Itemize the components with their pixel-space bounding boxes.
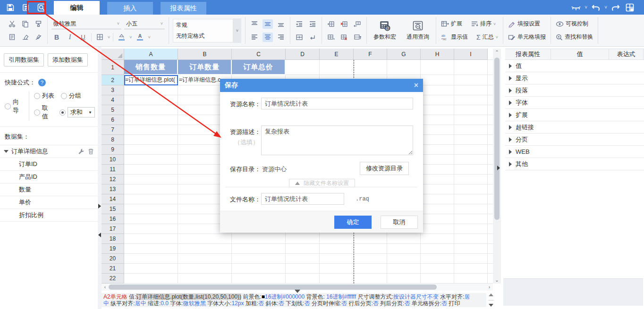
row-header-15[interactable]: 15 bbox=[102, 204, 124, 214]
align-top-icon[interactable] bbox=[249, 19, 260, 29]
paste-icon[interactable] bbox=[7, 33, 17, 42]
status-scroll-up-icon[interactable] bbox=[489, 293, 493, 296]
cell-A5[interactable] bbox=[124, 105, 178, 115]
cell-E22[interactable] bbox=[320, 274, 354, 284]
cell-H13[interactable] bbox=[421, 184, 454, 194]
column-header-F[interactable]: F bbox=[354, 49, 387, 60]
delete-col-icon[interactable] bbox=[339, 33, 349, 42]
cell-B20[interactable] bbox=[178, 254, 232, 264]
row-header-7[interactable]: 7 bbox=[102, 125, 124, 135]
cell-A17[interactable] bbox=[124, 224, 178, 234]
copy-icon[interactable] bbox=[20, 19, 30, 29]
preview-icon[interactable] bbox=[36, 2, 47, 13]
splitter-expand-icon[interactable] bbox=[497, 166, 500, 170]
row-header-3[interactable]: 3 bbox=[102, 85, 124, 95]
cell-I10[interactable] bbox=[454, 155, 488, 165]
chevron-down-icon[interactable]: ˅ bbox=[148, 35, 151, 40]
style-none[interactable]: 无特定格式 bbox=[176, 32, 230, 40]
cell-I14[interactable] bbox=[454, 194, 488, 204]
cell-G22[interactable] bbox=[387, 274, 421, 284]
cell-C19[interactable] bbox=[232, 244, 286, 254]
cell-A21[interactable] bbox=[124, 264, 178, 274]
insert-cell-left-icon[interactable] bbox=[352, 19, 363, 29]
help-icon[interactable]: ? bbox=[38, 79, 46, 86]
cell-A9[interactable] bbox=[124, 145, 178, 155]
cell-H8[interactable] bbox=[421, 135, 454, 145]
dataset-item[interactable]: 订单详细信息 bbox=[0, 145, 98, 158]
cell-H4[interactable] bbox=[421, 95, 454, 105]
save-icon[interactable] bbox=[5, 2, 16, 13]
cell-H6[interactable] bbox=[421, 115, 454, 125]
header-cell-C1[interactable]: 订单总价 bbox=[232, 60, 286, 75]
header-cell-A1[interactable]: 销售数量 bbox=[124, 60, 178, 75]
row-header-13[interactable]: 13 bbox=[102, 184, 124, 194]
general-query-button[interactable]: 通用查询 bbox=[404, 17, 432, 44]
cell-A3[interactable] bbox=[124, 85, 178, 95]
increase-indent-icon[interactable] bbox=[307, 19, 318, 29]
cell-A7[interactable] bbox=[124, 125, 178, 135]
dataset-field[interactable]: 产品ID bbox=[0, 171, 98, 184]
column-header-G[interactable]: G bbox=[387, 49, 421, 60]
dataset-field[interactable]: 单价 bbox=[0, 196, 98, 209]
cell-H3[interactable] bbox=[421, 85, 454, 95]
cell-A19[interactable] bbox=[124, 244, 178, 254]
cancel-button[interactable]: 取消 bbox=[381, 216, 418, 229]
cell-D1[interactable] bbox=[286, 60, 320, 75]
collapse-status-icon[interactable] bbox=[295, 290, 300, 293]
eraser-icon[interactable] bbox=[20, 33, 30, 42]
chevron-down-icon[interactable]: ˅ bbox=[108, 35, 110, 40]
cell-C18[interactable] bbox=[232, 234, 286, 244]
cut-icon[interactable] bbox=[7, 19, 17, 29]
cell-D18[interactable] bbox=[286, 234, 320, 244]
cell-I15[interactable] bbox=[454, 204, 488, 214]
cell-A4[interactable] bbox=[124, 95, 178, 105]
property-section-分页[interactable]: 分页 bbox=[505, 134, 644, 146]
row-header-10[interactable]: 10 bbox=[102, 155, 124, 165]
chevron-down-icon[interactable]: ˅ bbox=[129, 35, 132, 40]
cell-I8[interactable] bbox=[454, 135, 488, 145]
cell-D20[interactable] bbox=[286, 254, 320, 264]
status-scroll[interactable] bbox=[487, 293, 495, 307]
cell-H15[interactable] bbox=[421, 204, 454, 214]
dataset-field[interactable]: 折扣比例 bbox=[0, 209, 98, 222]
scroll-right-icon[interactable]: › bbox=[486, 284, 493, 290]
cell-I22[interactable] bbox=[454, 274, 488, 284]
cell-F1[interactable] bbox=[354, 60, 387, 75]
column-header-H[interactable]: H bbox=[421, 49, 454, 60]
cell-H22[interactable] bbox=[421, 274, 454, 284]
row-header-2[interactable]: 2 bbox=[102, 75, 124, 85]
align-center-icon[interactable] bbox=[263, 33, 273, 42]
cell-H2[interactable] bbox=[421, 75, 454, 85]
property-section-扩展[interactable]: 扩展 bbox=[505, 109, 644, 121]
row-header-12[interactable]: 12 bbox=[102, 175, 124, 184]
tab-编辑[interactable]: 编辑 bbox=[54, 1, 100, 15]
cell-G20[interactable] bbox=[387, 254, 421, 264]
font-name-select[interactable]: 微软雅黑˅ bbox=[51, 19, 121, 29]
row-header-14[interactable]: 14 bbox=[102, 194, 124, 204]
resource-name-input[interactable] bbox=[261, 98, 413, 109]
collapse-triangle-icon[interactable] bbox=[4, 150, 8, 153]
column-header-D[interactable]: D bbox=[286, 49, 320, 60]
splitter-collapse-icon[interactable] bbox=[98, 233, 101, 237]
insert-col-icon[interactable] bbox=[326, 33, 336, 42]
radio-list[interactable]: 列表 bbox=[34, 92, 54, 100]
dataset-field[interactable]: 数量 bbox=[0, 184, 98, 196]
cell-A14[interactable] bbox=[124, 194, 178, 204]
cell-H16[interactable] bbox=[421, 214, 454, 224]
cell-I4[interactable] bbox=[454, 95, 488, 105]
distribute-icon[interactable] bbox=[294, 33, 305, 42]
row-header-4[interactable]: 4 bbox=[102, 95, 124, 105]
font-color-icon[interactable]: A bbox=[135, 33, 145, 42]
cell-G1[interactable] bbox=[387, 60, 421, 75]
horizontal-scroll-thumb[interactable] bbox=[109, 284, 437, 290]
insert-row-icon[interactable] bbox=[326, 19, 336, 29]
cell-B21[interactable] bbox=[178, 264, 232, 274]
wrap-text-icon[interactable] bbox=[307, 33, 318, 42]
merge-cells-icon[interactable] bbox=[352, 33, 363, 42]
cell-H14[interactable] bbox=[421, 194, 454, 204]
tab-插入[interactable]: 插入 bbox=[107, 2, 153, 15]
cell-I17[interactable] bbox=[454, 224, 488, 234]
cell-H19[interactable] bbox=[421, 244, 454, 254]
tab-报表属性[interactable]: 报表属性 bbox=[161, 2, 206, 15]
cell-I21[interactable] bbox=[454, 264, 488, 274]
